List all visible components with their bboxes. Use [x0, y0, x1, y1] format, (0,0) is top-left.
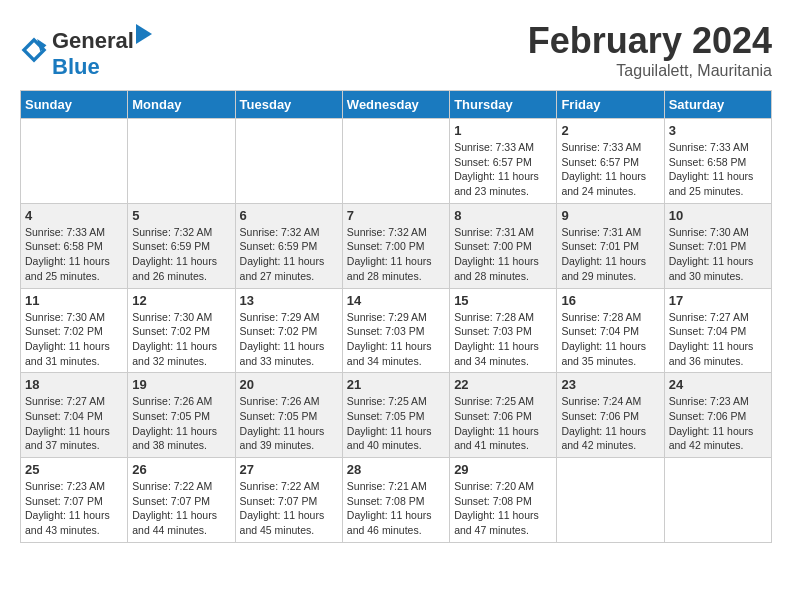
calendar-table: SundayMondayTuesdayWednesdayThursdayFrid…	[20, 90, 772, 543]
day-number: 6	[240, 208, 338, 223]
weekday-header-sunday: Sunday	[21, 91, 128, 119]
day-info: Sunrise: 7:30 AMSunset: 7:02 PMDaylight:…	[132, 310, 230, 369]
calendar-cell: 24Sunrise: 7:23 AMSunset: 7:06 PMDayligh…	[664, 373, 771, 458]
day-info: Sunrise: 7:21 AMSunset: 7:08 PMDaylight:…	[347, 479, 445, 538]
calendar-cell: 1Sunrise: 7:33 AMSunset: 6:57 PMDaylight…	[450, 119, 557, 204]
calendar-cell: 16Sunrise: 7:28 AMSunset: 7:04 PMDayligh…	[557, 288, 664, 373]
day-info: Sunrise: 7:30 AMSunset: 7:02 PMDaylight:…	[25, 310, 123, 369]
day-number: 11	[25, 293, 123, 308]
day-info: Sunrise: 7:29 AMSunset: 7:03 PMDaylight:…	[347, 310, 445, 369]
day-number: 23	[561, 377, 659, 392]
calendar-cell: 17Sunrise: 7:27 AMSunset: 7:04 PMDayligh…	[664, 288, 771, 373]
calendar-cell	[557, 458, 664, 543]
day-number: 5	[132, 208, 230, 223]
calendar-cell: 13Sunrise: 7:29 AMSunset: 7:02 PMDayligh…	[235, 288, 342, 373]
day-number: 24	[669, 377, 767, 392]
day-info: Sunrise: 7:28 AMSunset: 7:04 PMDaylight:…	[561, 310, 659, 369]
logo-icon	[20, 36, 48, 64]
day-info: Sunrise: 7:22 AMSunset: 7:07 PMDaylight:…	[132, 479, 230, 538]
day-number: 26	[132, 462, 230, 477]
day-number: 7	[347, 208, 445, 223]
svg-marker-3	[136, 24, 152, 44]
logo-blue: Blue	[52, 54, 100, 79]
calendar-cell: 3Sunrise: 7:33 AMSunset: 6:58 PMDaylight…	[664, 119, 771, 204]
calendar-cell	[128, 119, 235, 204]
day-info: Sunrise: 7:28 AMSunset: 7:03 PMDaylight:…	[454, 310, 552, 369]
day-number: 16	[561, 293, 659, 308]
day-info: Sunrise: 7:25 AMSunset: 7:05 PMDaylight:…	[347, 394, 445, 453]
weekday-header-tuesday: Tuesday	[235, 91, 342, 119]
weekday-header-wednesday: Wednesday	[342, 91, 449, 119]
calendar-cell: 21Sunrise: 7:25 AMSunset: 7:05 PMDayligh…	[342, 373, 449, 458]
calendar-cell: 10Sunrise: 7:30 AMSunset: 7:01 PMDayligh…	[664, 203, 771, 288]
calendar-cell: 29Sunrise: 7:20 AMSunset: 7:08 PMDayligh…	[450, 458, 557, 543]
calendar-cell: 28Sunrise: 7:21 AMSunset: 7:08 PMDayligh…	[342, 458, 449, 543]
day-number: 13	[240, 293, 338, 308]
day-number: 14	[347, 293, 445, 308]
calendar-cell: 7Sunrise: 7:32 AMSunset: 7:00 PMDaylight…	[342, 203, 449, 288]
day-info: Sunrise: 7:29 AMSunset: 7:02 PMDaylight:…	[240, 310, 338, 369]
day-number: 4	[25, 208, 123, 223]
day-info: Sunrise: 7:33 AMSunset: 6:57 PMDaylight:…	[454, 140, 552, 199]
day-info: Sunrise: 7:26 AMSunset: 7:05 PMDaylight:…	[132, 394, 230, 453]
day-info: Sunrise: 7:33 AMSunset: 6:58 PMDaylight:…	[25, 225, 123, 284]
title-block: February 2024 Taguilalett, Mauritania	[528, 20, 772, 80]
day-number: 10	[669, 208, 767, 223]
calendar-cell: 26Sunrise: 7:22 AMSunset: 7:07 PMDayligh…	[128, 458, 235, 543]
calendar-week-row: 18Sunrise: 7:27 AMSunset: 7:04 PMDayligh…	[21, 373, 772, 458]
calendar-cell: 25Sunrise: 7:23 AMSunset: 7:07 PMDayligh…	[21, 458, 128, 543]
day-number: 27	[240, 462, 338, 477]
day-number: 8	[454, 208, 552, 223]
calendar-cell: 19Sunrise: 7:26 AMSunset: 7:05 PMDayligh…	[128, 373, 235, 458]
calendar-cell: 2Sunrise: 7:33 AMSunset: 6:57 PMDaylight…	[557, 119, 664, 204]
day-number: 20	[240, 377, 338, 392]
day-number: 9	[561, 208, 659, 223]
calendar-cell: 11Sunrise: 7:30 AMSunset: 7:02 PMDayligh…	[21, 288, 128, 373]
day-info: Sunrise: 7:32 AMSunset: 7:00 PMDaylight:…	[347, 225, 445, 284]
calendar-week-row: 25Sunrise: 7:23 AMSunset: 7:07 PMDayligh…	[21, 458, 772, 543]
day-info: Sunrise: 7:27 AMSunset: 7:04 PMDaylight:…	[25, 394, 123, 453]
logo-arrow-icon	[134, 20, 154, 48]
weekday-header-saturday: Saturday	[664, 91, 771, 119]
calendar-cell	[21, 119, 128, 204]
calendar-cell: 4Sunrise: 7:33 AMSunset: 6:58 PMDaylight…	[21, 203, 128, 288]
calendar-cell: 22Sunrise: 7:25 AMSunset: 7:06 PMDayligh…	[450, 373, 557, 458]
day-number: 1	[454, 123, 552, 138]
day-number: 17	[669, 293, 767, 308]
calendar-cell: 18Sunrise: 7:27 AMSunset: 7:04 PMDayligh…	[21, 373, 128, 458]
day-number: 3	[669, 123, 767, 138]
day-info: Sunrise: 7:23 AMSunset: 7:06 PMDaylight:…	[669, 394, 767, 453]
day-info: Sunrise: 7:26 AMSunset: 7:05 PMDaylight:…	[240, 394, 338, 453]
day-info: Sunrise: 7:33 AMSunset: 6:57 PMDaylight:…	[561, 140, 659, 199]
calendar-cell: 14Sunrise: 7:29 AMSunset: 7:03 PMDayligh…	[342, 288, 449, 373]
month-year-title: February 2024	[528, 20, 772, 62]
calendar-cell	[342, 119, 449, 204]
calendar-cell: 8Sunrise: 7:31 AMSunset: 7:00 PMDaylight…	[450, 203, 557, 288]
calendar-cell: 23Sunrise: 7:24 AMSunset: 7:06 PMDayligh…	[557, 373, 664, 458]
weekday-header-friday: Friday	[557, 91, 664, 119]
calendar-cell	[664, 458, 771, 543]
calendar-cell: 15Sunrise: 7:28 AMSunset: 7:03 PMDayligh…	[450, 288, 557, 373]
logo-general: General	[52, 28, 134, 54]
day-info: Sunrise: 7:31 AMSunset: 7:00 PMDaylight:…	[454, 225, 552, 284]
calendar-cell: 20Sunrise: 7:26 AMSunset: 7:05 PMDayligh…	[235, 373, 342, 458]
logo: General Blue	[20, 20, 154, 80]
calendar-cell: 12Sunrise: 7:30 AMSunset: 7:02 PMDayligh…	[128, 288, 235, 373]
day-info: Sunrise: 7:33 AMSunset: 6:58 PMDaylight:…	[669, 140, 767, 199]
location-title: Taguilalett, Mauritania	[528, 62, 772, 80]
day-number: 22	[454, 377, 552, 392]
day-info: Sunrise: 7:27 AMSunset: 7:04 PMDaylight:…	[669, 310, 767, 369]
calendar-cell: 27Sunrise: 7:22 AMSunset: 7:07 PMDayligh…	[235, 458, 342, 543]
calendar-week-row: 4Sunrise: 7:33 AMSunset: 6:58 PMDaylight…	[21, 203, 772, 288]
day-info: Sunrise: 7:23 AMSunset: 7:07 PMDaylight:…	[25, 479, 123, 538]
calendar-week-row: 1Sunrise: 7:33 AMSunset: 6:57 PMDaylight…	[21, 119, 772, 204]
weekday-header-monday: Monday	[128, 91, 235, 119]
day-info: Sunrise: 7:31 AMSunset: 7:01 PMDaylight:…	[561, 225, 659, 284]
day-number: 19	[132, 377, 230, 392]
calendar-cell: 6Sunrise: 7:32 AMSunset: 6:59 PMDaylight…	[235, 203, 342, 288]
day-number: 21	[347, 377, 445, 392]
day-info: Sunrise: 7:32 AMSunset: 6:59 PMDaylight:…	[240, 225, 338, 284]
calendar-week-row: 11Sunrise: 7:30 AMSunset: 7:02 PMDayligh…	[21, 288, 772, 373]
day-info: Sunrise: 7:24 AMSunset: 7:06 PMDaylight:…	[561, 394, 659, 453]
weekday-header-row: SundayMondayTuesdayWednesdayThursdayFrid…	[21, 91, 772, 119]
